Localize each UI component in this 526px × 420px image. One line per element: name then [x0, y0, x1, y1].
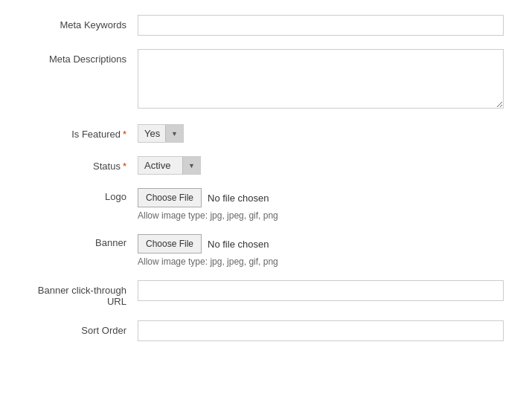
- banner-url-row: Banner click-through URL: [22, 280, 504, 307]
- status-select[interactable]: Active Inactive: [138, 157, 200, 174]
- is-featured-wrap: Yes No: [138, 124, 504, 143]
- banner-url-label: Banner click-through URL: [22, 280, 138, 307]
- sort-order-row: Sort Order: [22, 320, 504, 341]
- required-star-status: *: [123, 161, 126, 172]
- sort-order-input[interactable]: [138, 320, 504, 341]
- is-featured-label: Is Featured*: [22, 124, 138, 140]
- status-label: Status*: [22, 156, 138, 172]
- meta-keywords-label: Meta Keywords: [22, 15, 138, 30]
- logo-choose-file-button[interactable]: Choose File: [138, 188, 202, 207]
- meta-descriptions-input[interactable]: [138, 49, 504, 109]
- logo-file-upload: Choose File No file chosen: [138, 188, 504, 207]
- meta-keywords-wrap: [138, 15, 504, 36]
- meta-descriptions-row: Meta Descriptions: [22, 49, 504, 111]
- banner-choose-file-button[interactable]: Choose File: [138, 234, 202, 253]
- banner-file-name: No file chosen: [208, 239, 269, 250]
- banner-url-input[interactable]: [138, 280, 504, 301]
- required-star: *: [123, 129, 126, 140]
- banner-row: Banner Choose File No file chosen Allow …: [22, 234, 504, 267]
- banner-label: Banner: [22, 234, 138, 248]
- status-row: Status* Active Inactive: [22, 156, 504, 175]
- banner-file-hint: Allow image type: jpg, jpeg, gif, png: [138, 256, 504, 267]
- is-featured-select-wrapper: Yes No: [138, 124, 184, 143]
- meta-descriptions-label: Meta Descriptions: [22, 49, 138, 65]
- status-select-wrapper: Active Inactive: [138, 156, 201, 175]
- is-featured-row: Is Featured* Yes No: [22, 124, 504, 143]
- is-featured-select[interactable]: Yes No: [138, 125, 183, 142]
- logo-label: Logo: [22, 188, 138, 202]
- banner-wrap: Choose File No file chosen Allow image t…: [138, 234, 504, 267]
- banner-file-upload: Choose File No file chosen: [138, 234, 504, 253]
- meta-keywords-row: Meta Keywords: [22, 15, 504, 36]
- meta-descriptions-wrap: [138, 49, 504, 111]
- banner-url-wrap: [138, 280, 504, 301]
- logo-file-hint: Allow image type: jpg, jpeg, gif, png: [138, 210, 504, 221]
- status-wrap: Active Inactive: [138, 156, 504, 175]
- sort-order-wrap: [138, 320, 504, 341]
- meta-keywords-input[interactable]: [138, 15, 504, 36]
- sort-order-label: Sort Order: [22, 320, 138, 336]
- logo-row: Logo Choose File No file chosen Allow im…: [22, 188, 504, 221]
- logo-wrap: Choose File No file chosen Allow image t…: [138, 188, 504, 221]
- logo-file-name: No file chosen: [208, 193, 269, 204]
